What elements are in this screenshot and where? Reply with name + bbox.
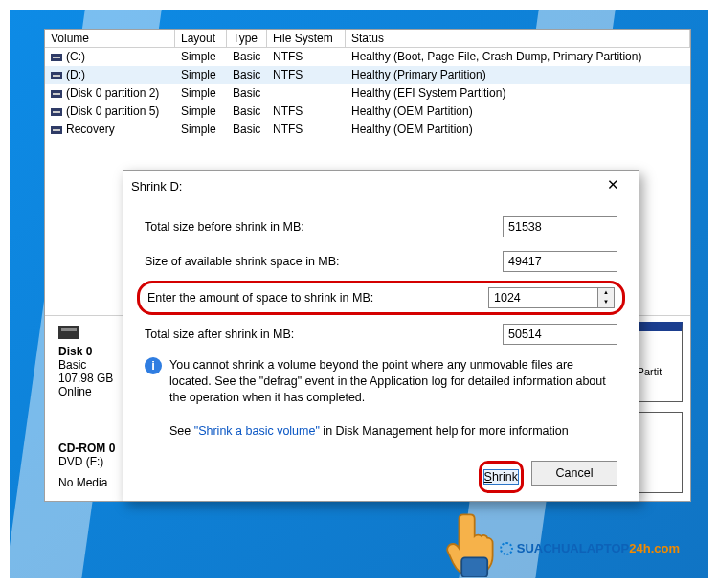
help-link[interactable]: "Shrink a basic volume" — [194, 424, 320, 438]
shrink-dialog: Shrink D: ✕ Total size before shrink in … — [123, 170, 639, 502]
label-total-after: Total size after shrink in MB: — [145, 328, 493, 341]
spinner-down-icon[interactable]: ▼ — [598, 298, 614, 307]
shrink-button[interactable]: Shrink — [483, 469, 519, 485]
volume-list-header: Volume Layout Type File System Status — [45, 30, 690, 48]
col-type[interactable]: Type — [227, 30, 267, 47]
cdrom-icon — [58, 416, 79, 437]
volume-icon — [51, 108, 62, 116]
col-status[interactable]: Status — [346, 30, 690, 47]
cancel-button[interactable]: Cancel — [531, 461, 617, 486]
label-enter-amount: Enter the amount of space to shrink in M… — [147, 291, 479, 305]
col-layout[interactable]: Layout — [175, 30, 227, 47]
dialog-title: Shrink D: — [131, 179, 182, 193]
value-total-after: 50514 — [503, 324, 617, 345]
close-icon[interactable]: ✕ — [595, 174, 631, 197]
volume-row[interactable]: (Disk 0 partition 2)SimpleBasicHealthy (… — [45, 84, 690, 102]
volume-icon — [51, 90, 62, 98]
shrink-amount-spinner[interactable]: ▲▼ — [488, 287, 615, 308]
volume-icon — [51, 72, 62, 79]
col-filesystem[interactable]: File System — [267, 30, 346, 47]
value-available: 49417 — [503, 251, 617, 272]
volume-row[interactable]: (C:)SimpleBasicNTFSHealthy (Boot, Page F… — [45, 48, 690, 66]
shrink-amount-input[interactable] — [488, 287, 597, 308]
col-volume[interactable]: Volume — [45, 30, 175, 47]
value-total-before: 51538 — [503, 216, 617, 237]
spinner-up-icon[interactable]: ▲ — [598, 288, 614, 298]
info-text-1: You cannot shrink a volume beyond the po… — [169, 357, 617, 406]
volume-row[interactable]: RecoverySimpleBasicNTFSHealthy (OEM Part… — [45, 121, 690, 139]
volume-row[interactable]: (D:)SimpleBasicNTFSHealthy (Primary Part… — [45, 66, 690, 84]
volume-icon — [51, 126, 62, 134]
label-available: Size of available shrink space in MB: — [145, 255, 493, 268]
info-text-2: See "Shrink a basic volume" in Disk Mana… — [169, 423, 569, 440]
info-icon: i — [145, 357, 162, 374]
harddisk-icon — [58, 326, 79, 339]
label-total-before: Total size before shrink in MB: — [145, 220, 493, 234]
volume-row[interactable]: (Disk 0 partition 5)SimpleBasicNTFSHealt… — [45, 102, 690, 121]
volume-icon — [51, 54, 62, 61]
gear-icon — [500, 542, 513, 555]
watermark: SUACHUALAPTOP24h.com — [500, 541, 680, 555]
